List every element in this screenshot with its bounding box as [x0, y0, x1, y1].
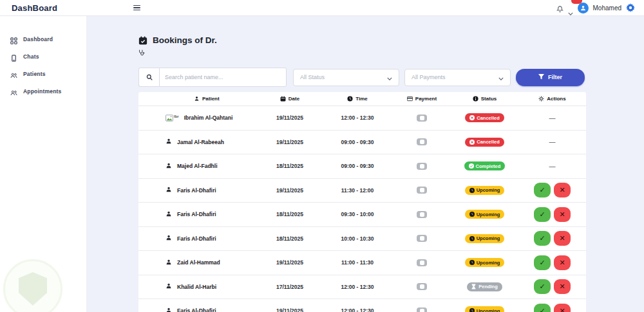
actions-cell: ✓ ✕	[518, 279, 586, 294]
patient-cell: Faris Al-Dhafiri	[138, 186, 258, 194]
funnel-icon	[538, 74, 544, 81]
patient-name: Ibrahim Al-Qahtani	[184, 115, 233, 121]
status-label: Cancelled	[477, 139, 499, 145]
filter-button[interactable]: Filter	[516, 69, 585, 86]
sidebar-item-patients[interactable]: Patients	[0, 65, 86, 82]
person-icon	[166, 234, 172, 243]
patient-cell: Jamal Al-Rabeeah	[138, 138, 258, 146]
people-icon	[10, 70, 17, 77]
no-actions-dash: —	[549, 163, 556, 170]
clock-icon	[469, 308, 475, 312]
patient-cell: Faris Al-Dhafiri	[138, 210, 258, 219]
patient-cell: Faris Al-Dhafiri	[138, 307, 258, 312]
table-row: Jamal Al-Rabeeah 19/11/2025 09:00 - 09:3…	[138, 131, 586, 155]
actions-cell: ✓ ✕	[518, 207, 586, 222]
payment-cell	[393, 307, 451, 312]
sidebar: Dashboard Chats Patients	[0, 16, 87, 312]
person-icon	[166, 138, 172, 146]
cancel-button[interactable]: ✕	[554, 207, 571, 222]
main-content: Bookings of Dr. All Status	[87, 16, 644, 312]
hamburger-icon[interactable]	[133, 5, 140, 11]
cancel-button[interactable]: ✕	[554, 279, 571, 294]
circle-x-icon	[469, 140, 475, 145]
payment-toggle[interactable]	[417, 187, 427, 194]
cancel-button[interactable]: ✕	[554, 255, 571, 270]
payment-toggle[interactable]	[417, 283, 427, 290]
person-icon	[166, 210, 172, 219]
confirm-button[interactable]: ✓	[534, 231, 551, 246]
date-cell: 19/11/2025	[258, 139, 322, 145]
table-row: Faris Al-Dhafiri 18/11/2025 10:00 - 10:3…	[138, 227, 586, 252]
clock-icon	[469, 212, 475, 217]
sidebar-item-appointments[interactable]: Appointments	[0, 82, 86, 100]
search-input[interactable]	[159, 68, 287, 87]
table-row: Zaid Al-Hammad 19/11/2025 11:00 - 11:30	[138, 251, 586, 275]
status-label: Upcoming	[477, 260, 500, 266]
payment-toggle[interactable]	[417, 138, 427, 145]
payments-filter-select[interactable]: All Payments	[404, 69, 511, 86]
person-icon	[194, 96, 200, 102]
sidebar-item-chats[interactable]: Chats	[0, 48, 86, 65]
patient-name: Faris Al-Dhafiri	[177, 235, 216, 242]
date-cell: 17/11/2025	[258, 284, 322, 290]
status-badge: Upcoming	[465, 258, 505, 267]
user-name[interactable]: Mohamed	[593, 5, 621, 12]
table-row: Majed Al-Fadhli 18/11/2025 09:00 - 09:30	[138, 154, 586, 179]
header-time: Time	[322, 96, 393, 102]
user-avatar[interactable]	[578, 3, 589, 14]
payment-toggle[interactable]	[417, 211, 427, 218]
info-icon	[473, 96, 478, 102]
circle-x-icon	[469, 115, 475, 120]
actions-cell: — ✓ ✕	[518, 138, 586, 145]
status-label: Completed	[476, 163, 501, 169]
sidebar-item-dashboard[interactable]: Dashboard	[0, 30, 86, 48]
payment-toggle[interactable]	[417, 163, 427, 170]
status-cell: Pending	[451, 282, 518, 291]
status-filter-select[interactable]: All Status	[293, 69, 399, 86]
circle-check-icon	[469, 163, 474, 169]
chevron-down-icon[interactable]	[568, 6, 573, 10]
payment-cell	[393, 235, 451, 242]
status-badge: Completed	[464, 161, 506, 170]
status-label: Cancelled	[477, 115, 499, 121]
person-icon	[166, 162, 172, 170]
status-cell: Upcoming	[451, 186, 518, 195]
date-cell: 18/11/2025	[258, 211, 322, 217]
sidebar-item-label: Appointments	[23, 88, 62, 95]
actions-cell: ✓ ✕	[518, 183, 586, 197]
bell-icon[interactable]	[556, 4, 564, 12]
confirm-button[interactable]: ✓	[534, 304, 551, 312]
sidebar-item-label: Chats	[23, 53, 39, 60]
actions-cell: — ✓ ✕	[518, 115, 586, 122]
time-cell: 12:00 - 12:30	[322, 115, 393, 121]
patient-name: Majed Al-Fadhli	[177, 163, 218, 169]
calendar-check-icon	[138, 36, 147, 45]
table-row: Faris Al-Dhafiri 19/11/2025 11:30 - 12:0…	[138, 179, 586, 203]
payment-cell	[393, 187, 451, 194]
cancel-button[interactable]: ✕	[554, 304, 571, 312]
person-icon	[166, 186, 172, 194]
cancel-button[interactable]: ✕	[554, 183, 571, 197]
time-cell: 09:00 - 09:30	[322, 139, 393, 145]
gear-icon[interactable]	[626, 3, 635, 12]
payment-toggle[interactable]	[417, 259, 427, 266]
credit-card-icon	[407, 96, 413, 102]
payment-toggle[interactable]	[417, 115, 427, 122]
patient-cell: Majed Al-Fadhli	[138, 162, 258, 170]
payment-cell	[393, 115, 451, 122]
brand-logo: DashBoard	[12, 3, 57, 13]
confirm-button[interactable]: ✓	[534, 279, 551, 294]
payment-toggle[interactable]	[417, 307, 427, 312]
status-badge: Upcoming	[465, 210, 505, 219]
confirm-button[interactable]: ✓	[534, 183, 551, 197]
status-label: Upcoming	[477, 212, 500, 217]
patient-name: Zaid Al-Hammad	[177, 259, 220, 266]
hourglass-icon	[471, 284, 477, 289]
topbar: DashBoard Mohamed	[0, 0, 644, 16]
cancel-button[interactable]: ✕	[554, 231, 571, 246]
page-title: Bookings of Dr.	[153, 35, 217, 45]
payment-toggle[interactable]	[417, 235, 427, 242]
payment-cell	[393, 283, 451, 290]
confirm-button[interactable]: ✓	[534, 207, 551, 222]
confirm-button[interactable]: ✓	[534, 255, 551, 270]
